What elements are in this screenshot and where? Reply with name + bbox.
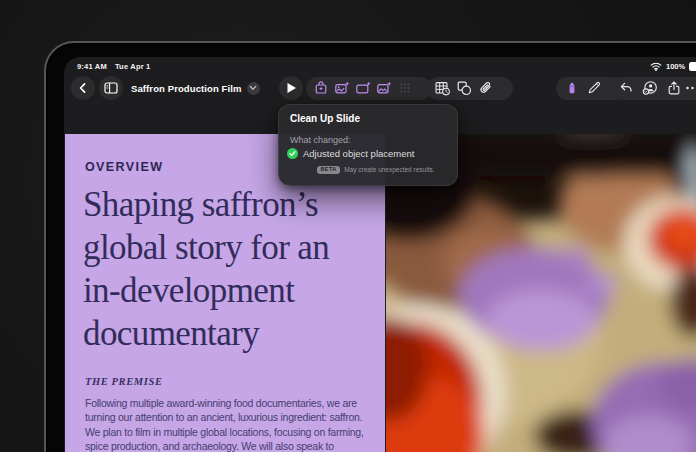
more-actions-icon[interactable] [685,80,696,96]
magic-add-slide-icon[interactable] [355,80,371,96]
document-title-menu[interactable]: Saffron Production Film [131,76,260,100]
battery-percent: 100% [666,62,685,71]
pen-tool-icon[interactable] [586,80,602,96]
battery-icon [689,62,696,71]
insert-tools-pill [427,77,513,100]
title-disclosure-button[interactable] [247,82,260,95]
ipad-screen: 9:41 AM Tue Apr 1 100% [64,57,696,452]
play-icon [286,82,297,94]
headline-line: global story for an [83,226,329,269]
status-bar-right: 100% [650,62,696,71]
play-button[interactable] [279,76,303,100]
headline-line: Shaping saffron’s [83,183,329,226]
ipad-device-frame: 9:41 AM Tue Apr 1 100% [44,41,696,452]
insert-table-chart-icon[interactable] [434,80,450,96]
wifi-icon [650,62,662,71]
beta-note: May create unexpected results. [344,166,434,173]
magic-add-image-icon[interactable] [376,80,392,96]
slide-section-label[interactable]: THE PREMISE [85,376,163,387]
slide-navigator-icon [104,82,118,94]
status-bar-left: 9:41 AM Tue Apr 1 [77,62,150,71]
change-item: Adjusted object placement [303,148,414,159]
headline-line: in-development [83,269,329,312]
beta-row: BETA May create unexpected results. [317,166,435,174]
change-row: Adjusted object placement [287,148,414,159]
slide-navigator-button[interactable] [99,76,123,100]
actions-pill [610,77,696,100]
back-button[interactable] [71,76,95,100]
popover-subtitle: What changed: [290,135,351,145]
share-icon[interactable] [666,80,682,96]
magic-add-photo-icon[interactable] [334,80,350,96]
collaborate-icon[interactable] [642,80,658,96]
headline-line: documentary [83,312,329,355]
more-grid-icon[interactable] [397,80,413,96]
insert-shapes-icon[interactable] [456,80,472,96]
crayon-tool-icon[interactable] [564,80,580,96]
chevron-down-icon [249,85,257,91]
body-line: Following multiple award-winning food do… [85,396,365,410]
status-date: Tue Apr 1 [115,62,151,71]
magic-cleanup-icon[interactable] [313,80,329,96]
popover-title: Clean Up Slide [290,113,360,124]
clean-up-slide-popover: Clean Up Slide What changed: Adjusted ob… [278,104,458,186]
status-time: 9:41 AM [77,62,107,71]
slide-eyebrow[interactable]: OVERVIEW [85,160,163,174]
body-line: spice production, and archaeology. We wi… [85,439,365,452]
chevron-left-icon [77,82,89,94]
magic-tools-pill [306,77,432,100]
green-check-icon [287,148,298,159]
slide-headline[interactable]: Shaping saffron’s global story for an in… [83,183,329,355]
attach-media-icon[interactable] [478,80,494,96]
body-line: We plan to film in multiple global locat… [85,425,365,439]
screenshot-stage: 9:41 AM Tue Apr 1 100% [0,0,696,452]
body-line: turning our attention to an ancient, lux… [85,410,365,424]
document-title: Saffron Production Film [131,83,242,94]
undo-icon[interactable] [618,80,634,96]
slide-body-text[interactable]: Following multiple award-winning food do… [85,396,365,452]
beta-badge: BETA [317,166,340,174]
